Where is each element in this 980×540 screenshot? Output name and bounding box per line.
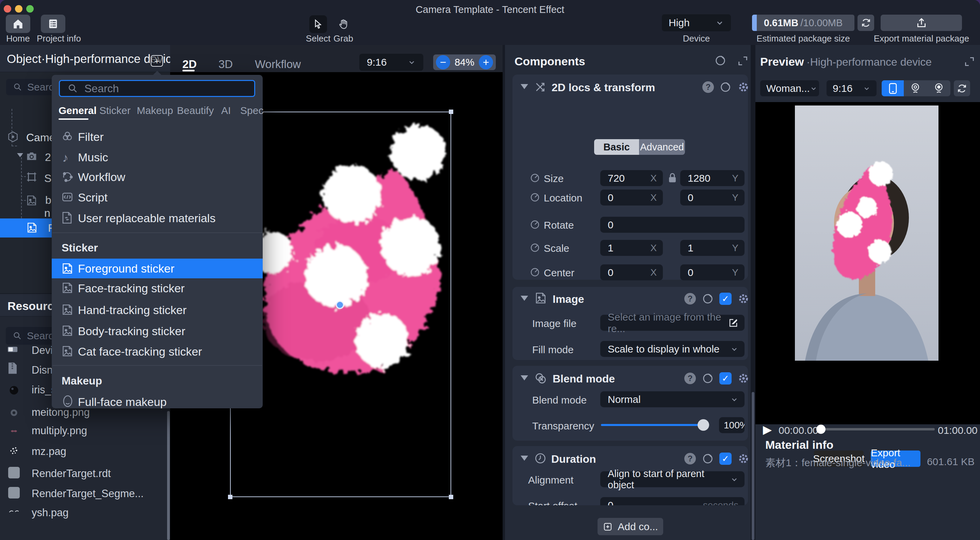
transparency-slider-knob[interactable]: [698, 419, 709, 431]
menu-item-filter[interactable]: Filter: [78, 130, 104, 143]
project-info-button[interactable]: [41, 14, 65, 33]
aspect-ratio-select[interactable]: 9:16: [360, 54, 423, 71]
reset-all-icon[interactable]: [714, 54, 727, 67]
collapse-section-icon[interactable]: [520, 84, 528, 89]
refresh-preview-button[interactable]: [954, 80, 970, 96]
gear-icon[interactable]: [737, 292, 750, 305]
scale-y-input[interactable]: 1Y: [680, 240, 745, 256]
lock-icon[interactable]: [667, 172, 678, 184]
select-tool-button[interactable]: [309, 15, 327, 33]
size-y-input[interactable]: 1280Y: [680, 170, 745, 186]
preview-model-select[interactable]: Woman...: [760, 80, 819, 96]
gear-icon[interactable]: [737, 81, 750, 94]
tree-node-camera[interactable]: Came: [26, 131, 55, 144]
alignment-select[interactable]: Align to start of parent object: [600, 471, 745, 487]
tree-node-camera-child[interactable]: 2: [45, 151, 51, 164]
menu-item-face-tracking[interactable]: Face-tracking sticker: [78, 282, 185, 295]
phone-source-button[interactable]: [882, 80, 904, 96]
menu-item-body-tracking[interactable]: Body-tracking sticker: [78, 325, 185, 338]
reset-icon[interactable]: [702, 293, 714, 305]
collapse-section-icon[interactable]: [520, 456, 528, 461]
enabled-checkbox[interactable]: ✓: [719, 372, 732, 384]
collapse-panel-icon[interactable]: [964, 56, 975, 67]
location-y-input[interactable]: 0Y: [680, 190, 745, 205]
resource-item[interactable]: mz.pag: [32, 445, 66, 458]
tree-node-n[interactable]: n: [44, 207, 50, 220]
help-icon[interactable]: ?: [702, 81, 714, 93]
reset-icon[interactable]: [702, 452, 714, 465]
center-x-input[interactable]: 0X: [600, 264, 663, 280]
menu-tab-beautify[interactable]: Beautify: [177, 105, 214, 116]
webcam-alt-source-button[interactable]: [927, 80, 950, 96]
center-y-input[interactable]: 0Y: [680, 264, 745, 280]
menu-item-music[interactable]: Music: [78, 151, 108, 164]
menu-tab-ai[interactable]: AI: [221, 105, 231, 116]
keyframe-icon[interactable]: [530, 242, 540, 253]
menu-item-user-replaceable[interactable]: User replaceable materials: [78, 212, 215, 225]
menu-tab-spec[interactable]: Spec: [240, 105, 263, 116]
blend-mode-select[interactable]: Normal: [600, 391, 745, 407]
resource-item[interactable]: Devi: [32, 344, 53, 357]
resource-item[interactable]: Disn: [32, 364, 53, 376]
left-panel-scrollbar[interactable]: [167, 411, 170, 540]
gear-icon[interactable]: [737, 452, 748, 465]
keyframe-icon[interactable]: [530, 267, 540, 278]
enabled-checkbox[interactable]: ✓: [719, 452, 732, 465]
tab-2d[interactable]: 2D: [182, 58, 197, 71]
tree-node-b[interactable]: b: [45, 194, 51, 207]
scale-x-input[interactable]: 1X: [600, 240, 663, 256]
transparency-value[interactable]: 100%: [719, 417, 745, 433]
home-button[interactable]: [6, 14, 30, 33]
menu-tab-makeup[interactable]: Makeup: [137, 105, 173, 116]
menu-item-cat-face-tracking[interactable]: Cat face-tracking sticker: [78, 345, 202, 358]
zoom-out-button[interactable]: −: [436, 55, 450, 69]
fill-mode-select[interactable]: Scale to display in whole: [600, 341, 745, 357]
keyframe-icon[interactable]: [530, 172, 540, 183]
reset-icon[interactable]: [702, 372, 714, 384]
timeline-track[interactable]: [817, 428, 935, 430]
tab-3d[interactable]: 3D: [218, 58, 233, 71]
resource-item[interactable]: ysh.pag: [32, 507, 69, 519]
add-component-button[interactable]: Add co...: [598, 518, 663, 535]
menu-tab-sticker[interactable]: Sticker: [99, 105, 130, 116]
selection-handle[interactable]: [228, 495, 232, 499]
help-icon[interactable]: ?: [684, 293, 696, 304]
menu-item-pag[interactable]: PAG PAG: [62, 120, 252, 124]
export-package-button[interactable]: [881, 14, 962, 31]
resource-item[interactable]: RenderTarget_Segme...: [32, 487, 143, 500]
menu-item-foreground-sticker-selected[interactable]: Foreground sticker: [52, 259, 263, 278]
play-button[interactable]: ▶: [763, 423, 772, 436]
selection-handle[interactable]: [449, 110, 453, 114]
location-x-input[interactable]: 0X: [600, 190, 663, 205]
rotate-input[interactable]: 0: [600, 217, 745, 233]
menu-search-input[interactable]: Search: [59, 80, 255, 97]
tree-node-screen[interactable]: S: [44, 172, 51, 185]
tab-workflow[interactable]: Workflow: [255, 58, 301, 71]
gear-icon[interactable]: [737, 372, 750, 385]
zoom-in-button[interactable]: +: [479, 55, 493, 69]
keyframe-icon[interactable]: [530, 219, 540, 230]
resource-item[interactable]: multiply.png: [32, 425, 87, 437]
keyframe-icon[interactable]: [530, 192, 540, 203]
reset-icon[interactable]: [719, 81, 732, 93]
webcam-source-button[interactable]: [904, 80, 927, 96]
grab-tool-button[interactable]: [334, 15, 352, 33]
resource-item[interactable]: RenderTarget.rdt: [32, 468, 111, 480]
collapse-section-icon[interactable]: [520, 375, 528, 381]
menu-item-hand-tracking[interactable]: Hand-tracking sticker: [78, 304, 186, 317]
preview-ratio-select[interactable]: 9:16: [827, 80, 877, 96]
tree-caret-icon[interactable]: [17, 153, 23, 157]
start-offset-input[interactable]: 0 seconds: [600, 497, 745, 505]
image-file-select-button[interactable]: Select an image from the re...: [600, 315, 745, 331]
help-icon[interactable]: ?: [684, 453, 696, 465]
transparency-slider-track[interactable]: [601, 424, 706, 426]
menu-tab-general[interactable]: General: [59, 105, 97, 116]
collapse-section-icon[interactable]: [520, 296, 528, 301]
advanced-tab[interactable]: Advanced: [639, 139, 685, 155]
add-object-button[interactable]: +: [151, 55, 163, 67]
menu-item-workflow[interactable]: Workflow: [78, 170, 125, 184]
refresh-package-button[interactable]: [858, 14, 874, 31]
device-select[interactable]: High: [662, 14, 731, 31]
basic-tab[interactable]: Basic: [594, 139, 639, 155]
selection-anchor-dot[interactable]: [336, 301, 344, 309]
